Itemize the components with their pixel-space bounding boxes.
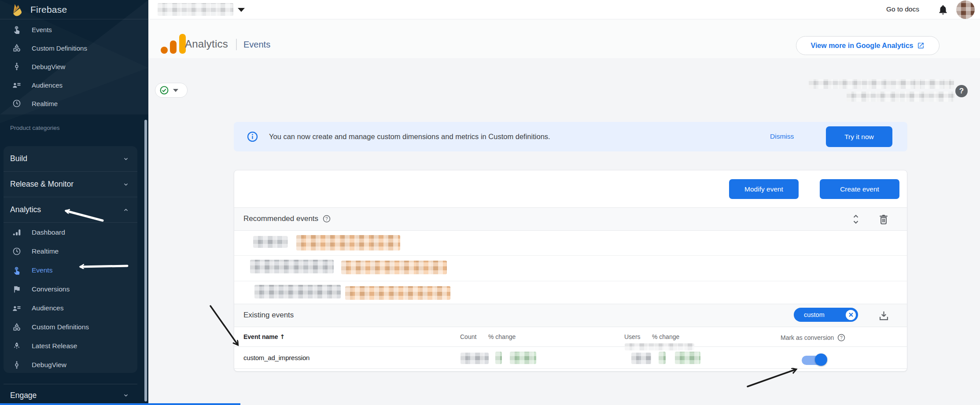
recommended-events-title: Recommended events [243, 214, 318, 223]
download-icon[interactable] [878, 309, 890, 322]
chevron-down-icon [122, 181, 129, 188]
recommended-event-row[interactable] [234, 255, 907, 281]
trash-icon[interactable] [877, 213, 890, 226]
recommended-events-header: Recommended events ? [234, 207, 907, 231]
sidebar-item-label: DebugView [32, 63, 65, 70]
bottom-accent-bar [0, 403, 240, 405]
chevron-up-icon [122, 206, 129, 214]
divider [4, 384, 137, 384]
sidebar-item-realtime[interactable]: Realtime [0, 94, 148, 113]
rocket-icon [12, 342, 21, 350]
project-selector-redacted[interactable] [158, 3, 233, 16]
info-banner: You can now create and manage custom dim… [234, 122, 907, 151]
column-event-name[interactable]: Event name ↑ [243, 333, 285, 340]
firebase-home-link[interactable]: Firebase [0, 0, 148, 19]
dismiss-button[interactable]: Dismiss [770, 133, 794, 140]
sidebar-item-label: Audiences [32, 81, 63, 89]
section-analytics[interactable]: Analytics [4, 197, 137, 223]
help-outline-icon[interactable]: ? [837, 333, 846, 342]
project-dropdown-caret-icon[interactable] [238, 8, 245, 12]
product-categories-label: Product categories [10, 125, 60, 131]
filter-chip-custom[interactable]: custom [794, 308, 858, 322]
check-circle-icon [159, 85, 169, 95]
recommended-event-row[interactable] [234, 231, 907, 256]
redacted-event-name [253, 236, 287, 248]
section-label: Analytics [10, 205, 41, 214]
sidebar-item-events[interactable]: Events [0, 20, 148, 39]
sidebar-scrollbar[interactable] [144, 120, 147, 401]
try-it-now-button[interactable]: Try it now [826, 126, 892, 147]
go-to-docs-link[interactable]: Go to docs [886, 5, 919, 13]
column-users[interactable]: Users [624, 333, 641, 340]
recommended-event-row[interactable] [234, 281, 907, 304]
sidebar-item-latest-release[interactable]: Latest Release [4, 336, 137, 355]
sidebar-item-label: Conversions [32, 285, 70, 293]
sidebar-item-analytics-events[interactable]: Events [4, 261, 137, 280]
redacted-badge [345, 286, 450, 300]
sidebar-item-analytics-realtime[interactable]: Realtime [4, 242, 137, 261]
section-engage[interactable]: Engage [4, 386, 137, 405]
sidebar-item-conversions[interactable]: Conversions [4, 280, 137, 298]
chip-remove-icon[interactable] [846, 310, 856, 320]
sort-unfold-icon[interactable] [850, 213, 862, 226]
flag-icon [12, 285, 21, 294]
analytics-header: Analytics Events View more in Google Ana… [148, 19, 980, 58]
chevron-down-icon [122, 392, 129, 399]
sidebar-item-label: Realtime [32, 247, 59, 255]
sidebar-item-dashboard[interactable]: Dashboard [4, 223, 137, 242]
sidebar-item-audiences[interactable]: Audiences [0, 76, 148, 94]
user-avatar[interactable] [956, 0, 975, 19]
status-filter-dropdown[interactable] [155, 83, 188, 98]
redacted-badge [341, 261, 447, 274]
brand-name: Firebase [30, 4, 67, 15]
event-row-custom-ad-impression[interactable]: custom_ad_impression [234, 347, 907, 369]
column-count[interactable]: Count [460, 333, 476, 340]
sidebar-item-analytics-debugview[interactable]: DebugView [4, 355, 137, 374]
external-link-icon [917, 42, 925, 49]
section-release-monitor[interactable]: Release & Monitor [4, 172, 137, 197]
bar-chart-icon [12, 228, 21, 237]
debug-icon [12, 62, 21, 71]
mark-as-conversion-toggle[interactable] [801, 353, 828, 366]
product-category-menu: Build Release & Monitor Analytics Dashbo… [4, 146, 137, 373]
sidebar-item-analytics-custom-definitions[interactable]: Custom Definitions [4, 317, 137, 336]
avatar-redacted [956, 0, 975, 19]
modify-event-button[interactable]: Modify event [729, 179, 799, 199]
firebase-flame-icon [11, 3, 23, 17]
existing-events-header: Existing events custom [234, 304, 907, 327]
sidebar-nav: Firebase Events Custom Definitions Debug… [0, 0, 148, 405]
redacted-event-name [250, 260, 334, 273]
banner-message: You can now create and manage custom dim… [269, 133, 550, 141]
audiences-icon [12, 81, 21, 89]
chevron-down-icon [122, 155, 129, 162]
chip-label: custom [804, 311, 825, 318]
column-pct-change[interactable]: % change [488, 333, 516, 340]
sort-asc-icon: ↑ [280, 333, 285, 340]
notifications-bell-icon[interactable] [937, 4, 949, 15]
redacted-count [461, 353, 489, 364]
clock-icon [12, 99, 21, 108]
create-event-button[interactable]: Create event [820, 179, 899, 199]
sidebar-item-label: Latest Release [32, 342, 77, 350]
column-pct-change-users[interactable]: % change [652, 333, 679, 340]
help-icon[interactable]: ? [955, 85, 968, 97]
sidebar-item-analytics-audiences[interactable]: Audiences [4, 298, 137, 317]
google-analytics-logo-icon [160, 34, 187, 54]
redacted-change-indicator [495, 352, 502, 364]
info-icon [247, 131, 258, 143]
view-more-in-ga-button[interactable]: View more in Google Analytics [796, 36, 939, 55]
sidebar-item-label: Events [32, 26, 52, 33]
shapes-icon [12, 44, 21, 52]
help-outline-icon[interactable]: ? [322, 214, 331, 223]
redacted-change-value [675, 352, 700, 364]
svg-text:?: ? [325, 217, 328, 221]
sidebar-item-label: Realtime [32, 100, 58, 107]
sidebar-item-label: Custom Definitions [32, 323, 89, 331]
sidebar-item-label: Audiences [32, 304, 63, 312]
redacted-change-indicator [659, 352, 666, 364]
sidebar-item-debugview[interactable]: DebugView [0, 57, 148, 76]
section-build[interactable]: Build [4, 146, 137, 172]
sidebar-item-custom-definitions[interactable]: Custom Definitions [0, 39, 148, 57]
firebase-console-screen: Firebase Events Custom Definitions Debug… [0, 0, 980, 405]
view-more-label: View more in Google Analytics [811, 42, 914, 50]
